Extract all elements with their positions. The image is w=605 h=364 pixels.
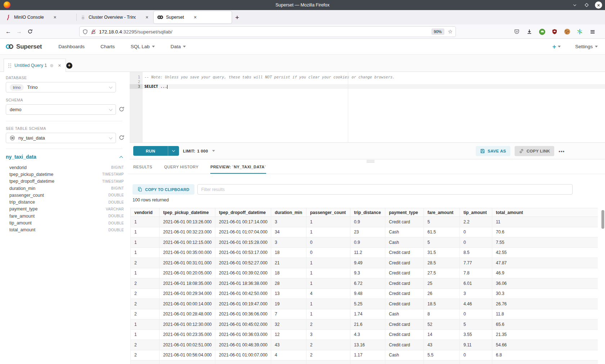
nav-item-charts[interactable]: Charts: [100, 44, 115, 49]
table-cell: 2021-06-01 00:15:28.000: [215, 237, 271, 248]
copy-link-button[interactable]: COPY LINK: [515, 146, 554, 156]
cookie-icon[interactable]: [564, 28, 570, 35]
column-header[interactable]: vendorid: [131, 208, 160, 217]
column-header[interactable]: passenger_count: [306, 208, 350, 217]
run-button[interactable]: RUN: [133, 146, 179, 156]
database-select[interactable]: trino Trino: [6, 82, 116, 92]
drag-handle-icon[interactable]: [8, 63, 11, 68]
table-cell: 2: [306, 350, 350, 360]
browser-tab-superset[interactable]: Superset ×: [154, 11, 232, 23]
reload-button[interactable]: [24, 29, 35, 34]
table-cell: 18.5: [424, 299, 460, 309]
more-options-button[interactable]: •••: [559, 149, 565, 154]
nav-item-sql-lab[interactable]: SQL Lab: [131, 44, 155, 49]
sql-editor[interactable]: 1 2 3 -- Note: Unless you save your quer…: [130, 72, 605, 143]
query-tab-active[interactable]: Untitled Query 1 ×: [4, 59, 66, 72]
chevron-up-icon[interactable]: [120, 156, 123, 159]
save-as-button[interactable]: SAVE AS: [476, 146, 510, 156]
add-new-button[interactable]: +: [552, 44, 561, 50]
table-cell: 27.5: [424, 268, 460, 278]
table-cell: 30.3: [492, 288, 598, 299]
vertical-scrollbar-thumb[interactable]: [601, 210, 604, 229]
column-header[interactable]: total_amount: [492, 208, 598, 217]
table-row: 12021-06-01 00:23:35.0002021-06-01 00:36…: [131, 329, 598, 340]
refresh-schema-icon[interactable]: [118, 106, 125, 113]
copy-to-clipboard-button[interactable]: COPY TO CLIPBOARD: [133, 184, 194, 195]
tab-query-history[interactable]: QUERY HISTORY: [164, 164, 198, 174]
pane-resize-handle[interactable]: [367, 160, 375, 163]
table-cell: 2021-06-01 00:23:35.000: [160, 329, 215, 340]
new-query-tab-button[interactable]: +: [65, 61, 73, 70]
table-cell: 2: [131, 309, 160, 319]
tab-title: MinIO Console: [14, 15, 44, 20]
bookmark-star-icon[interactable]: ☆: [448, 28, 453, 35]
table-cell: 52: [424, 319, 460, 330]
nav-item-dashboards[interactable]: Dashboards: [58, 44, 85, 49]
superset-logo[interactable]: Superset: [6, 43, 42, 50]
column-header[interactable]: fare_amount: [424, 208, 460, 217]
nav-item-data[interactable]: Data: [171, 44, 186, 49]
browser-tab-trino[interactable]: Cluster Overview - Trino ×: [77, 11, 154, 23]
column-header[interactable]: trip_distance: [350, 208, 385, 217]
table-cell: 5.25: [350, 299, 385, 309]
url-text[interactable]: 172.18.0.4:32295/superset/sqllab/: [99, 29, 172, 35]
url-path: :32295/superset/sqllab/: [122, 29, 172, 35]
new-tab-button[interactable]: +: [235, 14, 239, 22]
url-bar[interactable]: 172.18.0.4:32295/superset/sqllab/ 90% ☆: [79, 26, 456, 37]
privacy-badger-icon[interactable]: [539, 28, 545, 35]
table-cell: Credit card: [385, 278, 424, 289]
tab-close-icon[interactable]: ×: [144, 14, 150, 20]
download-icon[interactable]: [526, 28, 533, 35]
refresh-table-icon[interactable]: [118, 135, 125, 141]
column-type: BIGINT: [111, 186, 124, 190]
column-header[interactable]: tpep_dropoff_datetime: [215, 208, 271, 217]
tab-preview[interactable]: PREVIEW: `NY_TAXI_DATA`: [210, 164, 266, 174]
table-column-row: passenger_countDOUBLE: [0, 192, 128, 199]
editor-code[interactable]: -- Note: Unless you save your query, the…: [143, 72, 605, 142]
table-cell: Credit card: [385, 268, 424, 278]
pocket-icon[interactable]: [514, 28, 520, 35]
table-cell: 2: [131, 258, 160, 268]
table-cell: Credit card: [385, 258, 424, 268]
schema-select[interactable]: demo: [6, 104, 116, 115]
chevron-down-icon: [212, 150, 215, 152]
table-cell: 1: [306, 278, 350, 289]
query-tab-close-icon[interactable]: ×: [58, 63, 61, 68]
window-maximize-button[interactable]: [583, 1, 590, 9]
table-cell: 2: [306, 340, 350, 350]
table-cell: 6.8: [492, 350, 598, 360]
window-titlebar: Superset — Mozilla Firefox ×: [0, 0, 605, 10]
limit-dropdown[interactable]: LIMIT: 1 000: [183, 146, 215, 156]
shield-icon[interactable]: [82, 29, 88, 35]
table-select[interactable]: ny_taxi_data: [6, 133, 116, 143]
table-column-row: duration_minBIGINT: [0, 185, 128, 192]
window-close-button[interactable]: ×: [595, 1, 602, 9]
table-cell: 2: [131, 340, 160, 350]
column-header[interactable]: tip_amount: [460, 208, 492, 217]
table-cell: 42.55: [492, 247, 598, 258]
table-cell: Credit card: [385, 299, 424, 309]
filter-results-input[interactable]: [197, 184, 573, 195]
results-pane: RESULTS QUERY HISTORY PREVIEW: `NY_TAXI_…: [128, 159, 605, 364]
ublock-shield-icon[interactable]: [551, 28, 558, 35]
table-cell: 5: [424, 237, 460, 248]
browser-tab-minio[interactable]: MinIO Console ×: [2, 11, 76, 23]
tab-close-icon[interactable]: ×: [192, 14, 198, 20]
sql-keyword: SELECT: [144, 84, 158, 88]
settings-menu[interactable]: Settings: [575, 44, 598, 49]
tab-close-icon[interactable]: ×: [52, 14, 58, 20]
table-cell: 4.46: [460, 299, 492, 309]
column-header[interactable]: duration_min: [271, 208, 306, 217]
column-header[interactable]: payment_type: [385, 208, 424, 217]
forward-button[interactable]: →: [14, 28, 24, 35]
extension-asterisk-icon[interactable]: [577, 28, 583, 35]
zoom-level-badge[interactable]: 90%: [431, 28, 444, 35]
tab-results[interactable]: RESULTS: [133, 164, 152, 174]
run-options-chevron[interactable]: [168, 150, 179, 151]
menu-hamburger-icon[interactable]: [589, 28, 596, 35]
table-schema-title[interactable]: ny_taxi_data: [6, 154, 36, 160]
column-header[interactable]: tpep_pickup_datetime: [160, 208, 215, 217]
back-button[interactable]: ←: [3, 28, 14, 35]
insecure-lock-icon[interactable]: [91, 29, 96, 35]
window-minimize-button[interactable]: [571, 1, 578, 9]
